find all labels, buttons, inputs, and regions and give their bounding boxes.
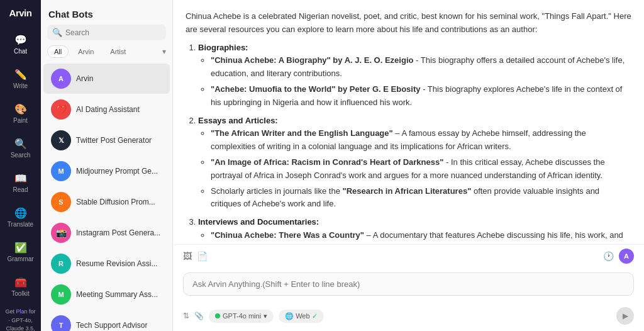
code-icon[interactable]: 📄 [197, 251, 208, 261]
bot-name-stable-diffusion: Stable Diffusion Prom... [76, 198, 155, 206]
section-essays: Essays and Articles: "The African Writer… [198, 115, 631, 211]
web-badge[interactable]: 🌐 Web ✓ [279, 310, 323, 323]
section-interviews-title: Interviews and Documentaries: [198, 217, 319, 227]
paint-icon: 🎨 [14, 103, 27, 115]
clock-icon[interactable]: 🕐 [603, 251, 614, 261]
web-label: Web [296, 312, 309, 320]
chat-intro: Chinua Achebe is a celebrated Nigerian n… [186, 10, 631, 36]
bot-name-arvin: Arvin [76, 74, 93, 83]
translate-icon: 🌐 [14, 207, 27, 219]
bot-item-midjourney[interactable]: M Midjourney Prompt Ge... [43, 156, 170, 186]
middle-sidebar: Chat Bots 🔍 All Arvin Artist ▾ A Arvin ❤… [41, 0, 173, 331]
bot-item-resume[interactable]: R Resume Revision Assi... [43, 249, 170, 279]
app-logo: Arvin [9, 8, 32, 18]
section-biographies: Biographies: "Chinua Achebe: A Biography… [198, 42, 631, 109]
expand-icon[interactable]: ⇅ [183, 311, 189, 320]
section-interviews: Interviews and Documentaries: "Chinua Ac… [198, 216, 631, 244]
bot-avatar-tech-support: T [51, 315, 71, 331]
bold-text: "The African Writer and the English Lang… [211, 128, 393, 138]
nav-item-read[interactable]: 📖 Read [0, 167, 41, 198]
list-item: "An Image of Africa: Racism in Conrad's … [211, 156, 631, 182]
nav-label-write: Write [13, 82, 28, 89]
image-icon[interactable]: 🖼 [183, 251, 192, 261]
bold-text: "Chinua Achebe: A Biography" by A. J. E.… [211, 55, 413, 65]
bot-item-tech-support[interactable]: T Tech Support Advisor [43, 310, 170, 331]
list-item: "The African Writer and the English Lang… [211, 127, 631, 154]
search-box[interactable]: 🔍 [47, 25, 166, 40]
bot-name-resume: Resume Revision Assi... [76, 259, 157, 268]
bot-name-ai-dating: AI Dating Assistant [76, 105, 140, 114]
bot-name-tech-support: Tech Support Advisor [76, 321, 147, 330]
bot-item-stable-diffusion[interactable]: S Stable Diffusion Prom... [43, 187, 170, 217]
bot-item-ai-dating[interactable]: ❤️ AI Dating Assistant [43, 94, 170, 125]
bot-list: A Arvin ❤️ AI Dating Assistant 𝕏 Twitter… [41, 63, 172, 331]
grammar-icon: ✅ [14, 242, 27, 254]
model-selector[interactable]: GPT-4o mini ▾ [209, 310, 274, 323]
chat-bottom-bar: ⇅ 📎 GPT-4o mini ▾ 🌐 Web ✓ ▶ [173, 303, 644, 331]
bot-item-twitter[interactable]: 𝕏 Twitter Post Generator [43, 125, 170, 155]
bot-avatar-meeting: M [51, 284, 71, 305]
bold-text: "Research in African Literatures" [343, 186, 472, 196]
nav-item-chat[interactable]: 💬 Chat [0, 29, 41, 60]
chat-messages: Chinua Achebe is a celebrated Nigerian n… [173, 0, 644, 244]
bot-name-instagram: Instagram Post Genera... [76, 228, 160, 237]
bot-item-meeting[interactable]: M Meeting Summary Ass... [43, 279, 170, 310]
nav-item-toolkit[interactable]: 🧰 Toolkit [0, 271, 41, 302]
filter-tab-artist[interactable]: Artist [103, 45, 133, 58]
nav-item-search[interactable]: 🔍 Search [0, 133, 41, 164]
section-biographies-title: Biographies: [198, 43, 248, 52]
nav-items: 💬 Chat ✏️ Write 🎨 Paint 🔍 Search 📖 Read … [0, 28, 41, 303]
section-essays-title: Essays and Articles: [198, 116, 278, 125]
chat-input[interactable] [183, 272, 634, 296]
bot-avatar-instagram: 📸 [51, 223, 71, 243]
nav-item-paint[interactable]: 🎨 Paint [0, 98, 41, 129]
filter-tab-arvin[interactable]: Arvin [71, 45, 101, 58]
left-sidebar: Arvin 💬 Chat ✏️ Write 🎨 Paint 🔍 Search 📖… [0, 0, 41, 331]
model-status-dot [215, 313, 220, 318]
nav-label-translate: Translate [8, 221, 33, 228]
nav-label-read: Read [13, 186, 28, 193]
nav-label-grammar: Grammar [7, 255, 33, 262]
nav-item-write[interactable]: ✏️ Write [0, 64, 41, 94]
attachment-icon[interactable]: 📎 [194, 311, 204, 320]
bot-item-instagram[interactable]: 📸 Instagram Post Genera... [43, 218, 170, 248]
toolkit-icon: 🧰 [14, 276, 27, 288]
bot-avatar-resume: R [51, 254, 71, 274]
bot-item-arvin[interactable]: A Arvin [43, 64, 170, 94]
search-icon: 🔍 [52, 28, 62, 37]
chat-sections-list: Biographies: "Chinua Achebe: A Biography… [186, 42, 631, 244]
list-item: "Chinua Achebe: A Biography" by A. J. E.… [211, 54, 631, 81]
send-button[interactable]: ▶ [616, 307, 634, 325]
bot-avatar-ai-dating: ❤️ [51, 99, 71, 120]
filter-tabs: All Arvin Artist ▾ [41, 45, 172, 63]
web-icon: 🌐 [285, 312, 294, 320]
chat-icon: 💬 [14, 34, 27, 46]
plan-feature-1: · GPT-4o, Claude 3.5, etc. [6, 317, 35, 332]
bot-name-midjourney: Midjourney Prompt Ge... [76, 167, 158, 176]
list-item: "Achebe: Umuofia to the World" by Peter … [211, 83, 631, 109]
bold-text: "Achebe: Umuofia to the World" by Peter … [211, 84, 421, 94]
bold-text: "Chinua Achebe: There Was a Country" [211, 230, 364, 240]
user-icon: A [619, 249, 634, 264]
list-item: "Chinua Achebe: There Was a Country" – A… [211, 229, 631, 244]
write-icon: ✏️ [14, 69, 27, 81]
chat-toolbar: 🖼 📄 🕐 A [173, 244, 644, 267]
chevron-down-icon: ▾ [264, 312, 267, 320]
nav-item-translate[interactable]: 🌐 Translate [0, 202, 41, 233]
nav-label-toolkit: Toolkit [11, 290, 29, 297]
sidebar-bottom: Get Plan for · GPT-4o, Claude 3.5, etc. … [0, 303, 41, 331]
filter-tab-all[interactable]: All [47, 45, 69, 58]
list-item: Scholarly articles in journals like the … [211, 185, 631, 211]
nav-label-paint: Paint [13, 117, 28, 124]
search-input[interactable] [65, 28, 161, 37]
nav-label-search: Search [11, 152, 31, 159]
section-title: Chat Bots [41, 0, 172, 25]
nav-item-grammar[interactable]: ✅ Grammar [0, 237, 41, 267]
chat-input-area [173, 267, 644, 303]
filter-more-icon[interactable]: ▾ [162, 47, 166, 56]
main-content: Chinua Achebe is a celebrated Nigerian n… [173, 0, 644, 331]
bot-name-twitter: Twitter Post Generator [76, 136, 152, 145]
bold-text: "An Image of Africa: Racism in Conrad's … [211, 157, 443, 167]
bot-avatar-midjourney: M [51, 161, 71, 181]
model-name: GPT-4o mini [223, 312, 261, 320]
